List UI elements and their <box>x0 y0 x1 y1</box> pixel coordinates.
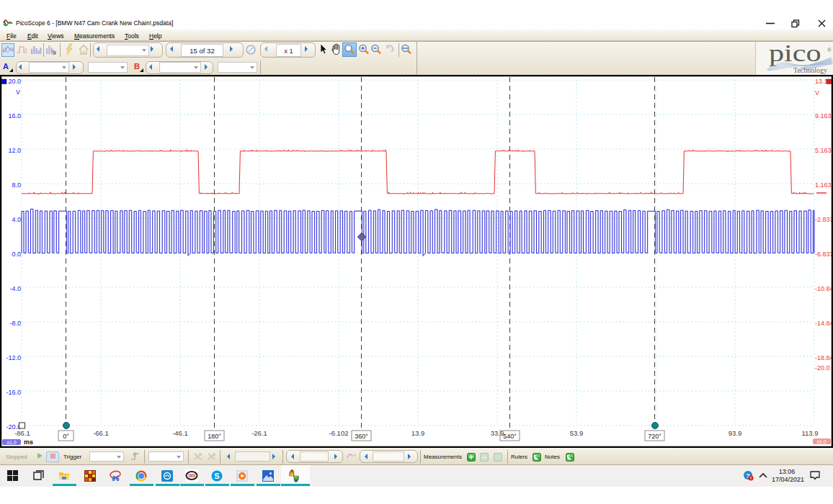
svg-text:-86.1: -86.1 <box>14 429 30 437</box>
svg-text:5.163: 5.163 <box>815 147 832 154</box>
svg-text:-4.0: -4.0 <box>9 285 21 292</box>
svg-text:180°: 180° <box>208 433 221 440</box>
svg-text:-26.1: -26.1 <box>251 429 267 437</box>
svg-text:9.163: 9.163 <box>815 112 832 120</box>
svg-text:-20.0: -20.0 <box>815 364 830 372</box>
svg-text:93.9: 93.9 <box>729 429 742 437</box>
svg-text:Technology: Technology <box>793 66 827 74</box>
svg-text:-10.84: -10.84 <box>815 285 833 292</box>
svg-text:x1.0: x1.0 <box>816 439 826 444</box>
svg-text:4.0: 4.0 <box>12 216 21 223</box>
svg-text:-14.84: -14.84 <box>815 320 833 327</box>
svg-text:V: V <box>815 89 819 96</box>
svg-text:53.9: 53.9 <box>570 429 584 437</box>
svg-text:113.9: 113.9 <box>801 429 818 437</box>
svg-text:-46.1: -46.1 <box>172 429 188 437</box>
svg-text:-6.837: -6.837 <box>815 251 833 258</box>
svg-text:20.0: 20.0 <box>8 78 21 85</box>
svg-text:0°: 0° <box>63 433 69 440</box>
svg-text:pico: pico <box>769 42 821 66</box>
svg-text:1.163: 1.163 <box>815 181 832 189</box>
svg-text:®: ® <box>827 47 832 53</box>
svg-text:0.0: 0.0 <box>12 251 21 258</box>
svg-text:8.0: 8.0 <box>12 181 21 189</box>
svg-text:-16.0: -16.0 <box>6 389 21 396</box>
svg-text:12.0: 12.0 <box>8 147 21 154</box>
svg-text:V: V <box>16 89 20 96</box>
svg-text:720°: 720° <box>648 433 662 440</box>
svg-text:33.9: 33.9 <box>491 429 504 437</box>
svg-text:-8.0: -8.0 <box>9 320 21 327</box>
svg-text:-6.102: -6.102 <box>329 429 349 437</box>
svg-text:ms: ms <box>24 438 33 446</box>
svg-text:-66.1: -66.1 <box>93 429 109 437</box>
svg-text:-2.837: -2.837 <box>815 216 833 223</box>
svg-text:x1.0: x1.0 <box>6 440 16 445</box>
svg-text:360°: 360° <box>355 433 368 440</box>
svg-text:540°: 540° <box>503 433 517 440</box>
svg-text:-12.0: -12.0 <box>6 354 21 361</box>
svg-text:13.9: 13.9 <box>411 429 425 437</box>
svg-text:S: S <box>214 472 219 480</box>
svg-text:16.0: 16.0 <box>8 112 21 120</box>
svg-text:WOW!: WOW! <box>188 474 196 477</box>
svg-text:-18.84: -18.84 <box>815 354 833 361</box>
